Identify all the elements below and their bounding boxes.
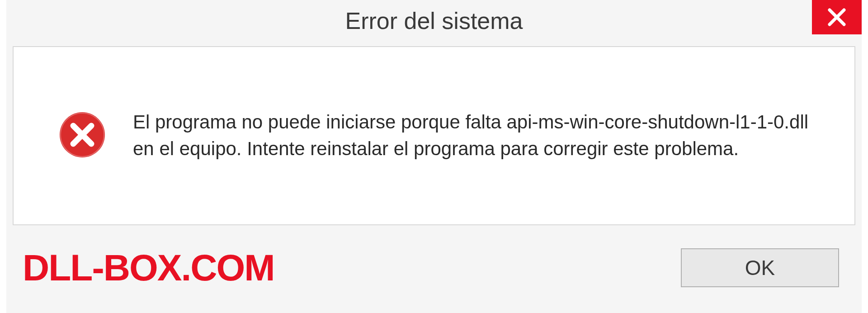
close-button[interactable]: [812, 0, 862, 34]
dialog-title: Error del sistema: [345, 7, 523, 34]
footer-area: DLL-BOX.COM OK: [6, 232, 862, 313]
error-dialog-window: Error del sistema El programa no puede i…: [6, 0, 862, 313]
close-icon: [827, 7, 847, 27]
error-icon: [59, 111, 106, 158]
titlebar: Error del sistema: [6, 0, 862, 42]
error-icon-container: [59, 111, 106, 160]
watermark-text: DLL-BOX.COM: [23, 247, 274, 289]
error-message: El programa no puede iniciarse porque fa…: [133, 109, 820, 162]
content-area: El programa no puede iniciarse porque fa…: [13, 46, 855, 225]
ok-button[interactable]: OK: [681, 248, 839, 287]
